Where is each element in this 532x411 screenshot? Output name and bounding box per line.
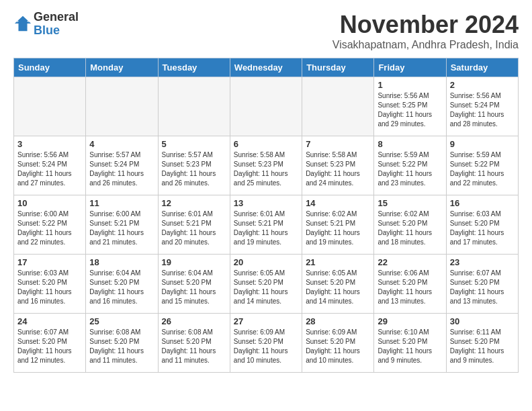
day-info: Sunrise: 6:07 AM Sunset: 5:20 PM Dayligh… [450,269,515,306]
day-info: Sunrise: 6:04 AM Sunset: 5:20 PM Dayligh… [89,269,154,306]
day-number: 21 [306,257,370,267]
day-info: Sunrise: 6:08 AM Sunset: 5:20 PM Dayligh… [162,328,226,365]
day-info: Sunrise: 6:03 AM Sunset: 5:20 PM Dayligh… [450,210,515,247]
calendar-cell: 13Sunrise: 6:01 AM Sunset: 5:21 PM Dayli… [230,195,302,255]
day-number: 26 [162,316,226,326]
day-info: Sunrise: 5:59 AM Sunset: 5:22 PM Dayligh… [378,150,442,188]
day-info: Sunrise: 6:04 AM Sunset: 5:20 PM Dayligh… [162,269,226,306]
day-info: Sunrise: 5:59 AM Sunset: 5:22 PM Dayligh… [450,150,515,188]
calendar-cell: 3Sunrise: 5:56 AM Sunset: 5:24 PM Daylig… [14,136,86,195]
day-info: Sunrise: 6:01 AM Sunset: 5:21 PM Dayligh… [234,210,298,247]
calendar-cell: 2Sunrise: 5:56 AM Sunset: 5:24 PM Daylig… [446,77,518,136]
day-number: 2 [450,80,515,90]
day-number: 22 [378,257,442,267]
calendar-cell: 7Sunrise: 5:58 AM Sunset: 5:23 PM Daylig… [302,136,374,195]
week-row-5: 24Sunrise: 6:07 AM Sunset: 5:20 PM Dayli… [14,314,519,373]
day-number: 10 [17,198,82,208]
calendar-cell: 8Sunrise: 5:59 AM Sunset: 5:22 PM Daylig… [374,136,446,195]
weekday-header-friday: Friday [374,58,446,77]
weekday-header-monday: Monday [86,58,158,77]
day-info: Sunrise: 6:08 AM Sunset: 5:20 PM Dayligh… [89,328,154,365]
day-number: 11 [89,198,154,208]
calendar-cell: 25Sunrise: 6:08 AM Sunset: 5:20 PM Dayli… [86,314,158,373]
day-info: Sunrise: 6:00 AM Sunset: 5:22 PM Dayligh… [17,210,82,247]
day-info: Sunrise: 5:56 AM Sunset: 5:25 PM Dayligh… [378,91,442,129]
day-number: 6 [234,139,298,149]
calendar-cell: 18Sunrise: 6:04 AM Sunset: 5:20 PM Dayli… [86,255,158,314]
calendar-cell: 27Sunrise: 6:09 AM Sunset: 5:20 PM Dayli… [230,314,302,373]
day-number: 18 [89,257,154,267]
day-info: Sunrise: 6:02 AM Sunset: 5:20 PM Dayligh… [378,210,442,247]
weekday-header-saturday: Saturday [446,58,518,77]
day-info: Sunrise: 5:58 AM Sunset: 5:23 PM Dayligh… [306,150,370,188]
weekday-header-wednesday: Wednesday [230,58,302,77]
calendar-cell: 14Sunrise: 6:02 AM Sunset: 5:21 PM Dayli… [302,195,374,255]
calendar-cell [86,77,158,136]
weekday-header-row: SundayMondayTuesdayWednesdayThursdayFrid… [14,58,519,77]
month-title: November 2024 [332,11,519,39]
day-number: 9 [450,139,515,149]
day-info: Sunrise: 5:57 AM Sunset: 5:24 PM Dayligh… [89,150,154,188]
week-row-1: 1Sunrise: 5:56 AM Sunset: 5:25 PM Daylig… [14,77,519,136]
day-number: 7 [306,139,370,149]
weekday-header-thursday: Thursday [302,58,374,77]
day-number: 5 [162,139,226,149]
day-info: Sunrise: 6:05 AM Sunset: 5:20 PM Dayligh… [306,269,370,306]
calendar-cell: 1Sunrise: 5:56 AM Sunset: 5:25 PM Daylig… [374,77,446,136]
calendar-cell: 17Sunrise: 6:03 AM Sunset: 5:20 PM Dayli… [14,255,86,314]
title-area: November 2024 Visakhapatnam, Andhra Prad… [332,11,519,51]
logo: General Blue [13,11,79,38]
day-number: 15 [378,198,442,208]
day-info: Sunrise: 6:01 AM Sunset: 5:21 PM Dayligh… [162,210,226,247]
calendar-cell: 26Sunrise: 6:08 AM Sunset: 5:20 PM Dayli… [158,314,230,373]
day-number: 30 [450,316,515,326]
day-number: 19 [162,257,226,267]
calendar-cell: 16Sunrise: 6:03 AM Sunset: 5:20 PM Dayli… [446,195,518,255]
calendar-cell: 23Sunrise: 6:07 AM Sunset: 5:20 PM Dayli… [446,255,518,314]
day-info: Sunrise: 5:56 AM Sunset: 5:24 PM Dayligh… [450,91,515,129]
day-number: 24 [17,316,82,326]
calendar-table: SundayMondayTuesdayWednesdayThursdayFrid… [13,58,519,373]
calendar-cell: 15Sunrise: 6:02 AM Sunset: 5:20 PM Dayli… [374,195,446,255]
day-number: 14 [306,198,370,208]
week-row-4: 17Sunrise: 6:03 AM Sunset: 5:20 PM Dayli… [14,255,519,314]
calendar-cell: 11Sunrise: 6:00 AM Sunset: 5:21 PM Dayli… [86,195,158,255]
day-number: 20 [234,257,298,267]
week-row-3: 10Sunrise: 6:00 AM Sunset: 5:22 PM Dayli… [14,195,519,255]
calendar-cell: 22Sunrise: 6:06 AM Sunset: 5:20 PM Dayli… [374,255,446,314]
calendar-cell: 29Sunrise: 6:10 AM Sunset: 5:20 PM Dayli… [374,314,446,373]
calendar-cell [302,77,374,136]
logo-icon [13,15,32,34]
header: General Blue November 2024 Visakhapatnam… [13,11,519,51]
day-number: 17 [17,257,82,267]
calendar-cell: 24Sunrise: 6:07 AM Sunset: 5:20 PM Dayli… [14,314,86,373]
day-info: Sunrise: 6:09 AM Sunset: 5:20 PM Dayligh… [306,328,370,365]
day-info: Sunrise: 6:09 AM Sunset: 5:20 PM Dayligh… [234,328,298,365]
day-number: 23 [450,257,515,267]
day-number: 29 [378,316,442,326]
day-info: Sunrise: 6:07 AM Sunset: 5:20 PM Dayligh… [17,328,82,365]
calendar-cell: 10Sunrise: 6:00 AM Sunset: 5:22 PM Dayli… [14,195,86,255]
calendar-cell: 19Sunrise: 6:04 AM Sunset: 5:20 PM Dayli… [158,255,230,314]
day-number: 12 [162,198,226,208]
day-info: Sunrise: 6:02 AM Sunset: 5:21 PM Dayligh… [306,210,370,247]
day-number: 16 [450,198,515,208]
weekday-header-tuesday: Tuesday [158,58,230,77]
calendar-cell [14,77,86,136]
day-number: 8 [378,139,442,149]
day-info: Sunrise: 6:03 AM Sunset: 5:20 PM Dayligh… [17,269,82,306]
day-number: 3 [17,139,82,149]
day-number: 27 [234,316,298,326]
calendar-cell: 12Sunrise: 6:01 AM Sunset: 5:21 PM Dayli… [158,195,230,255]
day-info: Sunrise: 6:05 AM Sunset: 5:20 PM Dayligh… [234,269,298,306]
day-info: Sunrise: 6:00 AM Sunset: 5:21 PM Dayligh… [89,210,154,247]
day-number: 28 [306,316,370,326]
logo-blue-text: Blue [34,24,79,38]
day-info: Sunrise: 5:57 AM Sunset: 5:23 PM Dayligh… [162,150,226,188]
day-info: Sunrise: 6:11 AM Sunset: 5:20 PM Dayligh… [450,328,515,365]
weekday-header-sunday: Sunday [14,58,86,77]
day-number: 4 [89,139,154,149]
calendar-cell: 30Sunrise: 6:11 AM Sunset: 5:20 PM Dayli… [446,314,518,373]
week-row-2: 3Sunrise: 5:56 AM Sunset: 5:24 PM Daylig… [14,136,519,195]
calendar-cell: 28Sunrise: 6:09 AM Sunset: 5:20 PM Dayli… [302,314,374,373]
